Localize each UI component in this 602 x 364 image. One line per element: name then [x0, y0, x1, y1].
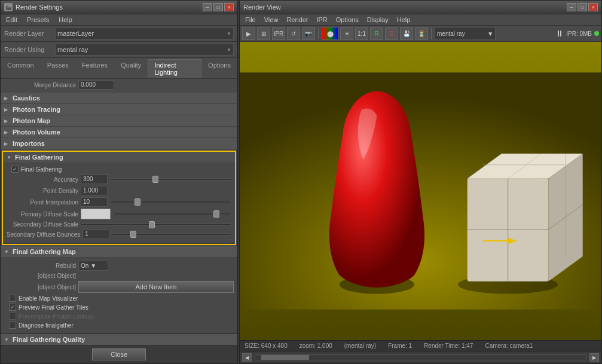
rv-window-controls: ─ □ ✕ — [567, 3, 598, 11]
accuracy-input[interactable]: 300 — [81, 175, 108, 184]
horizontal-scrollbar[interactable] — [255, 354, 586, 360]
minimize-button[interactable]: ─ — [203, 3, 212, 11]
accuracy-label: Accuracy — [7, 176, 78, 183]
tab-quality[interactable]: Quality — [114, 59, 148, 78]
final-gathering-highlighted: ▼ Final Gathering ✓ Final Gathering Accu… — [2, 151, 236, 245]
history-btn[interactable]: ⏳ — [415, 27, 428, 40]
render-button[interactable]: ▶ — [242, 27, 255, 40]
diagnose-fg-checkbox[interactable] — [9, 322, 16, 329]
photon-map-section-header[interactable]: ▶ Photon Map — [1, 115, 237, 127]
tab-features[interactable]: Features — [75, 59, 114, 78]
rv-menu-ipr[interactable]: IPR — [314, 16, 329, 24]
caustics-arrow-icon: ▶ — [4, 96, 10, 101]
ipr-button[interactable]: IPR — [272, 27, 285, 40]
render-time-status: Render Time: 1:47 — [424, 342, 473, 349]
channel-r[interactable]: R — [370, 27, 383, 40]
precompute-photon-label: Precompute Photon Lookup — [19, 313, 93, 320]
rv-menu-help[interactable]: Help — [395, 16, 412, 24]
secondary-diffuse-bounces-slider[interactable] — [112, 233, 231, 235]
snapshot-button[interactable]: 📷 — [302, 27, 315, 40]
merge-distance-input[interactable]: 0.000 — [78, 80, 114, 90]
maximize-button[interactable]: □ — [213, 3, 223, 11]
final-gathering-section-header[interactable]: ▼ Final Gathering — [3, 152, 235, 163]
rv-menu-display[interactable]: Display — [365, 16, 390, 24]
close-button[interactable]: Close — [92, 348, 146, 360]
enable-map-visualizer-checkbox[interactable] — [9, 295, 16, 302]
menu-help[interactable]: Help — [57, 16, 74, 24]
ipr-indicator — [594, 31, 599, 36]
add-new-item-button[interactable]: Add New Item — [78, 281, 234, 293]
point-interpolation-label: Point Interpolation — [7, 199, 78, 206]
primary-diffuse-color-swatch[interactable] — [81, 209, 111, 219]
photon-volume-section-header[interactable]: ▶ Photon Volume — [1, 127, 237, 138]
photon-map-label: Photon Map — [13, 117, 50, 124]
menu-presets[interactable]: Presets — [25, 16, 51, 24]
rv-window-title: Render View — [243, 4, 281, 11]
secondary-diffuse-slider[interactable] — [81, 224, 231, 226]
point-interpolation-slider[interactable] — [110, 201, 231, 203]
color-btn[interactable]: ⬤ — [322, 27, 338, 40]
rv-minimize-button[interactable]: ─ — [567, 3, 576, 11]
renderer-dropdown-arrow: ▼ — [487, 30, 493, 37]
renderer-dropdown[interactable]: mental ray ▼ — [435, 27, 496, 40]
tab-passes[interactable]: Passes — [41, 59, 75, 78]
final-gathering-label: Final Gathering — [15, 154, 63, 161]
secondary-diffuse-scale-label: Secondary Diffuse Scale — [7, 221, 78, 228]
camera-status: Camera: camera1 — [485, 342, 533, 349]
dropdown-arrow2-icon: ▼ — [227, 47, 231, 53]
importons-section-header[interactable]: ▶ Importons — [1, 138, 237, 149]
fg-map-content: Rebuild On ▼ [object Object] [object Obj… — [1, 258, 237, 334]
channel-g[interactable]: G — [385, 27, 398, 40]
render-layer-dropdown[interactable]: masterLayer ▼ — [55, 27, 234, 39]
ratio-btn[interactable]: 1:1 — [355, 27, 368, 40]
exposure-btn[interactable]: ☀ — [340, 27, 353, 40]
final-gathering-checkbox[interactable]: ✓ — [11, 166, 19, 173]
primary-diffuse-slider[interactable] — [113, 213, 231, 215]
tab-indirect-lighting[interactable]: Indirect Lighting — [148, 59, 201, 78]
photon-tracing-section-header[interactable]: ▶ Photon Tracing — [1, 104, 237, 115]
nav-next-button[interactable]: ▶ — [589, 353, 599, 362]
tab-options[interactable]: Options — [201, 59, 237, 78]
close-window-button[interactable]: ✕ — [224, 3, 234, 11]
menu-edit[interactable]: Edit — [4, 16, 19, 24]
secondary-diffuse-bounces-input[interactable]: 1 — [82, 230, 109, 239]
dropdown-arrow-icon: ▼ — [227, 31, 231, 36]
fg-quality-label: Final Gathering Quality — [13, 336, 85, 343]
accuracy-slider[interactable] — [110, 178, 231, 181]
nav-prev-button[interactable]: ◀ — [242, 353, 252, 362]
tab-common[interactable]: Common — [1, 59, 41, 78]
final-gathering-quality-header[interactable]: ▼ Final Gathering Quality — [1, 334, 237, 345]
point-density-input[interactable]: 1.000 — [81, 186, 108, 195]
preview-gather-tiles-checkbox[interactable]: ✓ — [9, 304, 16, 311]
render-using-dropdown[interactable]: mental ray ▼ — [55, 44, 234, 56]
rv-nav-bar: ◀ ▶ — [240, 351, 601, 363]
render-region-button[interactable]: ⊞ — [257, 27, 270, 40]
render-settings-panel: 🎬 Render Settings ─ □ ✕ Edit Presets Hel… — [0, 0, 238, 364]
rv-menu-options[interactable]: Options — [334, 16, 360, 24]
toolbar-sep1 — [318, 27, 319, 39]
point-interpolation-input[interactable]: 10 — [81, 197, 108, 207]
rv-menu-view[interactable]: View — [262, 16, 280, 24]
render-using-row: Render Using mental ray ▼ — [1, 42, 237, 58]
rv-maximize-button[interactable]: □ — [577, 3, 587, 11]
refresh-button[interactable]: ↺ — [287, 27, 300, 40]
render-using-label: Render Using — [4, 46, 52, 53]
caustics-section-header[interactable]: ▶ Caustics — [1, 93, 237, 104]
menu-bar: Edit Presets Help — [1, 14, 237, 26]
bottom-close-bar: Close — [1, 345, 237, 363]
rv-close-button[interactable]: ✕ — [588, 3, 598, 11]
rv-menu-file[interactable]: File — [243, 16, 258, 24]
rv-menu-render[interactable]: Render — [285, 16, 310, 24]
diagnose-fg-row: Diagnose finalgather — [4, 322, 234, 329]
final-gathering-arrow-icon: ▼ — [7, 155, 13, 160]
save-btn[interactable]: 💾 — [400, 27, 413, 40]
precompute-photon-checkbox — [9, 313, 16, 320]
renderer-status: (mental ray) — [344, 342, 376, 349]
scene-background — [240, 42, 601, 340]
final-gathering-content: ✓ Final Gathering Accuracy 300 — [3, 163, 235, 244]
rebuild-dropdown[interactable]: On ▼ — [78, 260, 108, 271]
importons-arrow-icon: ▶ — [4, 141, 10, 146]
final-gathering-map-header[interactable]: ▼ Final Gathering Map — [1, 246, 237, 258]
scroll-area[interactable]: Merge Distance 0.000 ▶ Caustics ▶ Photon… — [1, 79, 237, 345]
ipr-pause-icon[interactable]: ⏸ — [555, 29, 564, 38]
